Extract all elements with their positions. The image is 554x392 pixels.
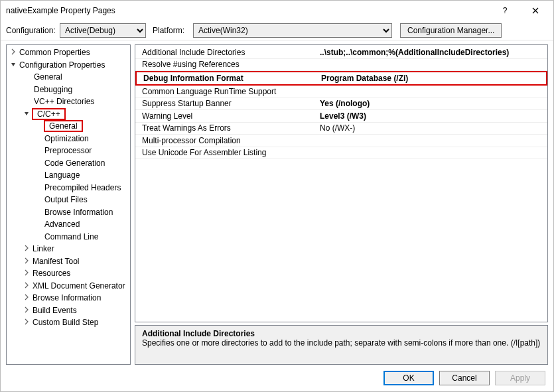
description-pane: Additional Include Directories Specifies…	[135, 325, 548, 365]
tree-cc-preprocessor[interactable]: Preprocessor	[7, 145, 131, 157]
configuration-label: Configuration:	[6, 26, 56, 35]
chevron-right-icon[interactable]	[23, 318, 31, 326]
prop-row-mp[interactable]: Multi-processor Compilation	[135, 135, 547, 147]
tree-common-properties[interactable]: Common Properties	[7, 46, 131, 59]
tree-cc-browse[interactable]: Browse Information	[7, 206, 131, 219]
tree-general[interactable]: General	[7, 71, 131, 84]
property-grid[interactable]: Additional Include Directories..\stub;..…	[135, 44, 548, 322]
tree-custom-build[interactable]: Custom Build Step	[7, 316, 131, 329]
apply-button[interactable]: Apply	[495, 371, 545, 385]
tree-manifest[interactable]: Manifest Tool	[7, 255, 131, 268]
description-title: Additional Include Directories	[142, 329, 541, 338]
body: Common Properties Configuration Properti…	[1, 40, 553, 365]
prop-row-startup-banner[interactable]: Suppress Startup BannerYes (/nologo)	[135, 98, 547, 111]
tree-resources[interactable]: Resources	[7, 267, 131, 280]
tree-configuration-properties[interactable]: Configuration Properties	[7, 59, 131, 72]
tree-linker[interactable]: Linker	[7, 243, 131, 255]
prop-row-unicode-asm[interactable]: Use Unicode For Assembler Listing	[135, 147, 547, 160]
dialog-window: nativeExample Property Pages ? Configura…	[0, 0, 554, 392]
tree-cc-language[interactable]: Language	[7, 169, 131, 182]
tree-c-cpp[interactable]: C/C++	[7, 108, 131, 121]
chevron-right-icon[interactable]	[9, 48, 17, 56]
tree-xml[interactable]: XML Document Generator	[7, 280, 131, 293]
prop-row-warning-level[interactable]: Warning LevelLevel3 (/W3)	[135, 110, 547, 123]
prop-row-warn-as-err[interactable]: Treat Warnings As ErrorsNo (/WX-)	[135, 123, 547, 135]
platform-label: Platform:	[153, 26, 189, 35]
tree-cc-general[interactable]: General	[7, 120, 131, 133]
platform-select[interactable]: Active(Win32)	[193, 23, 392, 38]
tree-vcpp-directories[interactable]: VC++ Directories	[7, 96, 131, 108]
prop-row-debug-info[interactable]: Debug Information FormatProgram Database…	[135, 71, 547, 86]
tree-cc-optimization[interactable]: Optimization	[7, 133, 131, 145]
configuration-manager-button[interactable]: Configuration Manager...	[400, 23, 502, 38]
title-bar: nativeExample Property Pages ?	[1, 1, 553, 21]
configuration-bar: Configuration: Active(Debug) Platform: A…	[1, 21, 553, 40]
tree-panel[interactable]: Common Properties Configuration Properti…	[6, 44, 131, 365]
footer-buttons: OK Cancel Apply	[1, 365, 553, 391]
ok-button[interactable]: OK	[383, 371, 434, 385]
chevron-right-icon[interactable]	[23, 282, 31, 290]
tree-build-events[interactable]: Build Events	[7, 304, 131, 317]
tree-cc-output[interactable]: Output Files	[7, 194, 131, 206]
tree-debugging[interactable]: Debugging	[7, 84, 131, 96]
tree-cc-advanced[interactable]: Advanced	[7, 218, 131, 231]
tree-browse-info[interactable]: Browse Information	[7, 292, 131, 304]
prop-row-include-dirs[interactable]: Additional Include Directories..\stub;..…	[135, 46, 547, 59]
right-panel: Additional Include Directories..\stub;..…	[135, 44, 548, 365]
chevron-right-icon[interactable]	[23, 294, 31, 302]
close-button[interactable]	[520, 1, 551, 21]
cancel-button[interactable]: Cancel	[439, 371, 490, 385]
prop-row-clr[interactable]: Common Language RunTime Support	[135, 86, 547, 98]
tree-cc-codegen[interactable]: Code Generation	[7, 157, 131, 170]
chevron-down-icon[interactable]	[9, 61, 17, 69]
description-body: Specifies one or more directories to add…	[142, 338, 541, 348]
tree-cc-cmd[interactable]: Command Line	[7, 231, 131, 243]
chevron-down-icon[interactable]	[23, 110, 31, 118]
chevron-right-icon[interactable]	[23, 306, 31, 314]
prop-row-using-refs[interactable]: Resolve #using References	[135, 59, 547, 72]
window-title: nativeExample Property Pages	[6, 6, 490, 15]
chevron-right-icon[interactable]	[23, 245, 31, 253]
chevron-right-icon[interactable]	[23, 257, 31, 265]
configuration-select[interactable]: Active(Debug)	[60, 23, 146, 38]
help-button[interactable]: ?	[490, 1, 520, 21]
tree-cc-pch[interactable]: Precompiled Headers	[7, 182, 131, 194]
chevron-right-icon[interactable]	[23, 269, 31, 277]
